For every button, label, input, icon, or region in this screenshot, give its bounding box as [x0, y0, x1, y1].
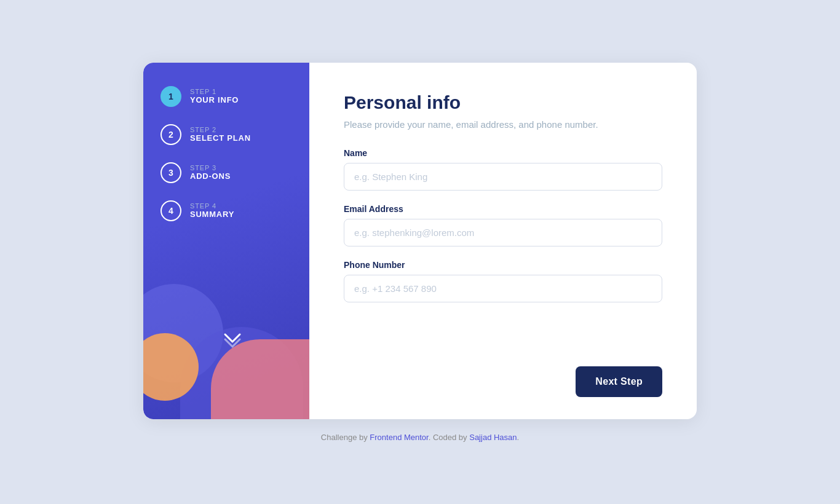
- footer-prefix: Challenge by: [321, 433, 370, 442]
- step-label-2: STEP 2: [190, 126, 251, 133]
- step-item-4: 4 STEP 4 SUMMARY: [160, 200, 292, 221]
- step-circle-3: 3: [160, 162, 181, 183]
- step-label-1: STEP 1: [190, 88, 239, 95]
- footer-middle: . Coded by: [429, 433, 470, 442]
- email-input[interactable]: [344, 219, 662, 246]
- step-name-3: ADD-ONS: [190, 171, 231, 181]
- phone-input[interactable]: [344, 275, 662, 302]
- step-name-4: SUMMARY: [190, 210, 234, 219]
- step-name-2: SELECT PLAN: [190, 133, 251, 143]
- step-circle-4: 4: [160, 200, 181, 221]
- step-label-3: STEP 3: [190, 164, 231, 171]
- form-actions: Next Step: [344, 354, 662, 397]
- step-name-1: YOUR INFO: [190, 95, 239, 104]
- footer-link-1[interactable]: Frontend Mentor: [370, 433, 428, 442]
- page-subtitle: Please provide your name, email address,…: [344, 119, 662, 130]
- footer: Challenge by Frontend Mentor. Coded by S…: [321, 433, 519, 442]
- next-step-button[interactable]: Next Step: [576, 366, 662, 397]
- step-text-4: STEP 4 SUMMARY: [190, 202, 234, 219]
- phone-label: Phone Number: [344, 260, 662, 270]
- phone-form-group: Phone Number: [344, 260, 662, 302]
- footer-link-2[interactable]: Sajjad Hasan: [469, 433, 517, 442]
- step-text-1: STEP 1 YOUR INFO: [190, 88, 239, 104]
- email-label: Email Address: [344, 204, 662, 214]
- page-title: Personal info: [344, 92, 662, 113]
- name-form-group: Name: [344, 148, 662, 191]
- name-label: Name: [344, 148, 662, 158]
- step-item-3: 3 STEP 3 ADD-ONS: [160, 162, 292, 183]
- step-circle-1: 1: [160, 86, 181, 107]
- step-text-2: STEP 2 SELECT PLAN: [190, 126, 251, 143]
- step-item-1: 1 STEP 1 YOUR INFO: [160, 86, 292, 107]
- main-content: Personal info Please provide your name, …: [309, 63, 697, 419]
- sidebar: 1 STEP 1 YOUR INFO 2 STEP 2 SELECT PLAN …: [143, 63, 309, 419]
- step-label-4: STEP 4: [190, 202, 234, 210]
- step-item-2: 2 STEP 2 SELECT PLAN: [160, 124, 292, 145]
- step-circle-2: 2: [160, 124, 181, 145]
- chevron-decoration: [220, 327, 245, 352]
- step-text-3: STEP 3 ADD-ONS: [190, 164, 231, 181]
- main-card: 1 STEP 1 YOUR INFO 2 STEP 2 SELECT PLAN …: [143, 63, 697, 419]
- name-input[interactable]: [344, 163, 662, 191]
- footer-suffix: .: [517, 433, 520, 442]
- email-form-group: Email Address: [344, 204, 662, 246]
